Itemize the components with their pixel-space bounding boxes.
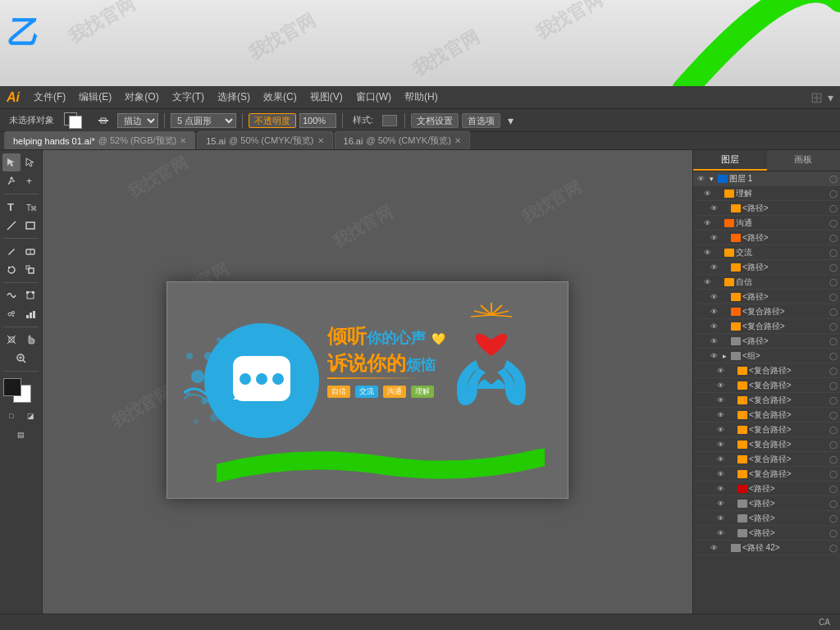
layer-item[interactable]: 👁 <路径 42> ◯ (693, 541, 840, 555)
layer-expand-icon[interactable]: ▸ (719, 352, 729, 360)
layer-visibility-icon[interactable]: 👁 (695, 175, 706, 183)
expand-icon[interactable]: ▾ (828, 91, 833, 104)
layer-visibility-icon[interactable]: 👁 (714, 367, 726, 375)
layer-lock-icon[interactable]: ◯ (829, 441, 838, 449)
layer-lock-icon[interactable]: ◯ (829, 455, 838, 463)
layer-lock-icon[interactable]: ◯ (829, 293, 838, 301)
layer-lock-icon[interactable]: ◯ (829, 308, 838, 316)
first-page-button[interactable]: 首选项 (462, 113, 500, 128)
layer-visibility-icon[interactable]: 👁 (714, 441, 726, 449)
style-preview[interactable] (382, 115, 397, 126)
layer-visibility-icon[interactable]: 👁 (714, 514, 726, 523)
opacity-input[interactable] (299, 113, 336, 128)
layer-lock-icon[interactable]: ◯ (829, 278, 838, 286)
layer-visibility-icon[interactable]: 👁 (708, 263, 719, 272)
layer-item[interactable]: 👁 自信 ◯ (693, 275, 840, 290)
layer-visibility-icon[interactable]: 👁 (714, 470, 726, 478)
menu-file[interactable]: 文件(F) (28, 89, 71, 106)
stroke-select[interactable]: 描边 (117, 113, 158, 128)
layer-lock-icon[interactable]: ◯ (829, 234, 838, 242)
layer-lock-icon[interactable]: ◯ (829, 175, 838, 183)
layer-item[interactable]: 👁 <复合路径> ◯ (693, 437, 840, 452)
doc-settings-button[interactable]: 文档设置 (411, 113, 459, 128)
layer-visibility-icon[interactable]: 👁 (708, 322, 719, 331)
layer-visibility-icon[interactable]: 👁 (714, 529, 726, 537)
layer-visibility-icon[interactable]: 👁 (714, 500, 726, 508)
menu-type[interactable]: 文字(T) (167, 89, 210, 106)
layer-item[interactable]: 👁 <路径> ◯ (693, 334, 840, 349)
touch-type-tool[interactable]: T⌘ (21, 198, 39, 216)
layer-lock-icon[interactable]: ◯ (829, 396, 838, 404)
color-swatch-area[interactable] (3, 378, 39, 403)
layer-item[interactable]: 👁 <复合路径> ◯ (693, 467, 840, 482)
layer-item[interactable]: 👁 ▸ <组> ◯ (693, 349, 840, 363)
layer-visibility-icon[interactable]: 👁 (708, 352, 719, 360)
tab-close-2[interactable]: ✕ (454, 136, 461, 145)
layer-visibility-icon[interactable]: 👁 (708, 204, 719, 212)
rect-tool[interactable] (21, 217, 39, 235)
layer-visibility-icon[interactable]: 👁 (708, 308, 719, 316)
menu-effect[interactable]: 效果(C) (258, 89, 303, 106)
menu-object[interactable]: 对象(O) (119, 89, 164, 106)
foreground-color[interactable] (3, 378, 21, 396)
layer-item[interactable]: 👁 <复合路径> ◯ (693, 393, 840, 408)
layer-item[interactable]: 👁 <复合路径> ◯ (693, 408, 840, 422)
layer-lock-icon[interactable]: ◯ (829, 263, 838, 272)
layer-item[interactable]: 👁 <路径> ◯ (693, 201, 840, 216)
fill-stroke-indicator[interactable] (64, 112, 87, 129)
layer-visibility-icon[interactable]: 👁 (708, 337, 719, 345)
layer-visibility-icon[interactable]: 👁 (714, 426, 726, 434)
layer-lock-icon[interactable]: ◯ (829, 249, 838, 257)
layer-lock-icon[interactable]: ◯ (829, 381, 838, 390)
layer-visibility-icon[interactable]: 👁 (714, 485, 726, 493)
layer-visibility-icon[interactable]: 👁 (701, 278, 713, 286)
layer-lock-icon[interactable]: ◯ (829, 337, 838, 345)
scale-tool[interactable] (21, 261, 39, 279)
layer-item[interactable]: 👁 <复合路径> ◯ (693, 304, 840, 319)
grid-icon[interactable]: ⊞ (810, 89, 823, 107)
tab-0[interactable]: helping hands 01.ai* @ 52% (RGB/预览) ✕ (4, 131, 195, 149)
layer-visibility-icon[interactable]: 👁 (714, 411, 726, 419)
screen-mode[interactable]: ◪ (21, 407, 39, 425)
layer-lock-icon[interactable]: ◯ (829, 352, 838, 360)
menu-edit[interactable]: 编辑(E) (73, 89, 117, 106)
layer-visibility-icon[interactable]: 👁 (708, 293, 719, 301)
layer-item[interactable]: 👁 <复合路径> ◯ (693, 319, 840, 334)
warp-tool[interactable] (2, 286, 21, 304)
layer-item[interactable]: 👁 <复合路径> ◯ (693, 363, 840, 378)
layer-lock-icon[interactable]: ◯ (829, 470, 838, 478)
pen-tool[interactable] (2, 172, 21, 190)
layer-item[interactable]: 👁 <路径> ◯ (693, 526, 840, 541)
column-graph-tool[interactable] (21, 305, 39, 323)
menu-select[interactable]: 选择(S) (212, 89, 256, 106)
layer-visibility-icon[interactable]: 👁 (708, 544, 719, 552)
menu-window[interactable]: 窗口(W) (350, 89, 397, 106)
layer-item[interactable]: 👁 交流 ◯ (693, 245, 840, 260)
tab-close-1[interactable]: ✕ (317, 136, 324, 145)
panel-tab-artboards[interactable]: 画板 (767, 150, 841, 171)
layer-item[interactable]: 👁 <复合路径> ◯ (693, 378, 840, 393)
layer-visibility-icon[interactable]: 👁 (714, 381, 726, 390)
layer-item[interactable]: 👁 <复合路径> ◯ (693, 452, 840, 467)
layer-item[interactable]: 👁 ▾ 图层 1 ◯ (693, 171, 840, 186)
menu-help[interactable]: 帮助(H) (399, 89, 444, 106)
shape-select[interactable]: 5 点圆形 (171, 113, 236, 128)
symbol-tool[interactable] (2, 305, 21, 323)
menu-view[interactable]: 视图(V) (304, 89, 349, 106)
tab-2[interactable]: 16.ai @ 50% (CMYK/预览) ✕ (335, 131, 470, 149)
layer-visibility-icon[interactable]: 👁 (708, 234, 719, 242)
view-mode[interactable]: ▤ (12, 426, 30, 444)
layer-lock-icon[interactable]: ◯ (829, 322, 838, 331)
layer-item[interactable]: 👁 理解 ◯ (693, 186, 840, 201)
layer-item[interactable]: 👁 <路径> ◯ (693, 260, 840, 275)
add-anchor-tool[interactable]: + (21, 172, 39, 190)
normal-mode[interactable]: □ (2, 407, 21, 425)
selection-tool[interactable] (2, 153, 21, 171)
layer-lock-icon[interactable]: ◯ (829, 189, 838, 198)
layer-item[interactable]: 👁 沟通 ◯ (693, 216, 840, 231)
layer-lock-icon[interactable]: ◯ (829, 426, 838, 434)
layer-lock-icon[interactable]: ◯ (829, 485, 838, 493)
layer-visibility-icon[interactable]: 👁 (701, 189, 713, 198)
layer-item[interactable]: 👁 <路径> ◯ (693, 496, 840, 511)
layer-visibility-icon[interactable]: 👁 (701, 249, 713, 257)
